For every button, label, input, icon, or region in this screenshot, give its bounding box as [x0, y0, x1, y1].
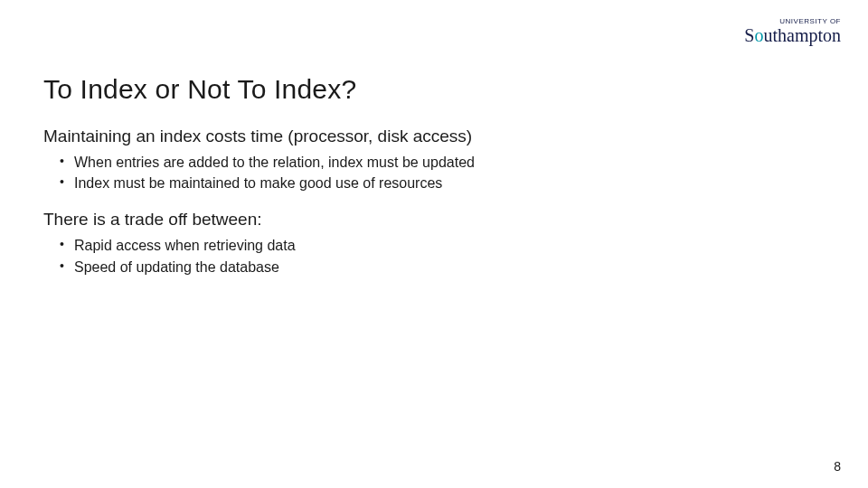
list-item: Speed of updating the database: [74, 257, 825, 277]
university-logo: UNIVERSITY OF Southampton: [744, 18, 841, 44]
slide-body: Maintaining an index costs time (process…: [43, 127, 825, 294]
bullet-list: Rapid access when retrieving data Speed …: [43, 235, 825, 277]
slide-title: To Index or Not To Index?: [43, 74, 356, 105]
page-number: 8: [834, 459, 841, 474]
bullet-list: When entries are added to the relation, …: [43, 152, 825, 193]
list-item: When entries are added to the relation, …: [74, 152, 825, 173]
section-lead: Maintaining an index costs time (process…: [43, 127, 825, 146]
logo-top-text: UNIVERSITY OF: [744, 18, 841, 25]
slide: UNIVERSITY OF Southampton To Index or No…: [0, 0, 868, 488]
section-lead: There is a trade off between:: [43, 210, 825, 230]
logo-main-text: Southampton: [744, 26, 841, 44]
list-item: Rapid access when retrieving data: [74, 235, 825, 256]
list-item: Index must be maintained to make good us…: [74, 173, 825, 193]
